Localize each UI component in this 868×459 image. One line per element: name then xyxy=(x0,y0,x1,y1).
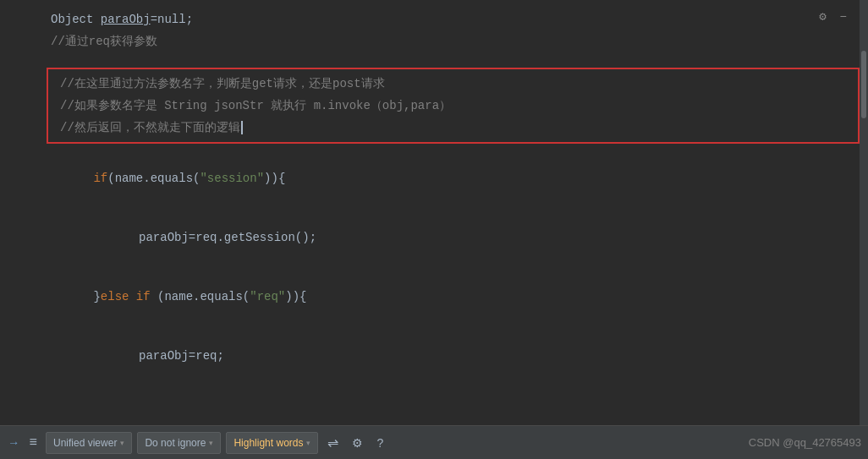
code-line-if1: if(name.equals("session")){ xyxy=(0,149,868,208)
code-content-paraobj: paraObj=req; xyxy=(51,328,224,384)
toolbar-settings-icon: ⚙ xyxy=(352,436,363,450)
unified-viewer-dropdown[interactable]: Unified viewer ▾ xyxy=(46,432,132,454)
code-content-elseif: }else if (name.equals("req")){ xyxy=(51,269,307,325)
toolbar-left: → ≡ Unified viewer ▾ Do not ignore ▾ Hig… xyxy=(7,432,387,454)
do-not-ignore-dropdown[interactable]: Do not ignore ▾ xyxy=(137,432,221,454)
do-not-ignore-arrow: ▾ xyxy=(209,439,213,447)
do-not-ignore-label: Do not ignore xyxy=(145,437,206,449)
code-editor: ⚙ − Object paraObj=null; //通过req获得参数 //在… xyxy=(0,0,868,425)
nav-lines-icon[interactable]: ≡ xyxy=(25,434,41,452)
exchange-icon: ⇌ xyxy=(327,434,338,451)
code-content-1: Object paraObj=null; xyxy=(51,10,193,29)
hl-line-3: //然后返回，不然就走下面的逻辑 xyxy=(48,117,858,139)
code-line-1: Object paraObj=null; xyxy=(0,8,868,30)
code-content-getsession: paraObj=req.getSession(); xyxy=(51,210,316,265)
question-mark-icon: ? xyxy=(376,436,383,450)
highlighted-comment-block: //在这里通过方法参数名字，判断是get请求，还是post请求 //如果参数名字… xyxy=(47,68,860,144)
unified-viewer-arrow: ▾ xyxy=(120,439,124,447)
exchange-icon-btn[interactable]: ⇌ xyxy=(323,432,343,453)
nav-right-arrow[interactable]: → xyxy=(7,434,20,451)
code-line-paraobj: paraObj=req; xyxy=(0,326,868,385)
hl-line-1: //在这里通过方法参数名字，判断是get请求，还是post请求 xyxy=(48,73,858,95)
code-content-2: //通过req获得参数 xyxy=(51,32,157,51)
hl-line-2: //如果参数名字是 String jsonStr 就执行 m.invoke（ob… xyxy=(48,95,858,117)
code-line-getsession: paraObj=req.getSession(); xyxy=(0,208,868,267)
hl-content-3: //然后返回，不然就走下面的逻辑 xyxy=(60,118,243,137)
highlight-words-dropdown[interactable]: Highlight words ▾ xyxy=(226,432,318,454)
help-btn[interactable]: ? xyxy=(372,434,387,452)
toolbar-settings-btn[interactable]: ⚙ xyxy=(348,434,367,452)
code-line-3 xyxy=(0,52,868,63)
highlight-words-arrow: ▾ xyxy=(306,439,310,447)
code-line-2: //通过req获得参数 xyxy=(0,30,868,52)
scrollbar[interactable] xyxy=(860,0,868,425)
highlight-words-label: Highlight words xyxy=(233,437,303,449)
code-line-elseif: }else if (name.equals("req")){ xyxy=(0,267,868,326)
hl-content-1: //在这里通过方法参数名字，判断是get请求，还是post请求 xyxy=(60,74,385,93)
scrollbar-thumb[interactable] xyxy=(861,51,866,118)
bottom-toolbar: → ≡ Unified viewer ▾ Do not ignore ▾ Hig… xyxy=(0,425,868,459)
hl-content-2: //如果参数名字是 String jsonStr 就执行 m.invoke（ob… xyxy=(60,96,451,115)
unified-viewer-label: Unified viewer xyxy=(53,437,117,449)
code-content-if1: if(name.equals("session")){ xyxy=(51,150,285,206)
watermark-text: CSDN @qq_42765493 xyxy=(749,436,861,449)
text-cursor xyxy=(241,121,243,134)
toolbar-right: CSDN @qq_42765493 xyxy=(749,436,861,449)
